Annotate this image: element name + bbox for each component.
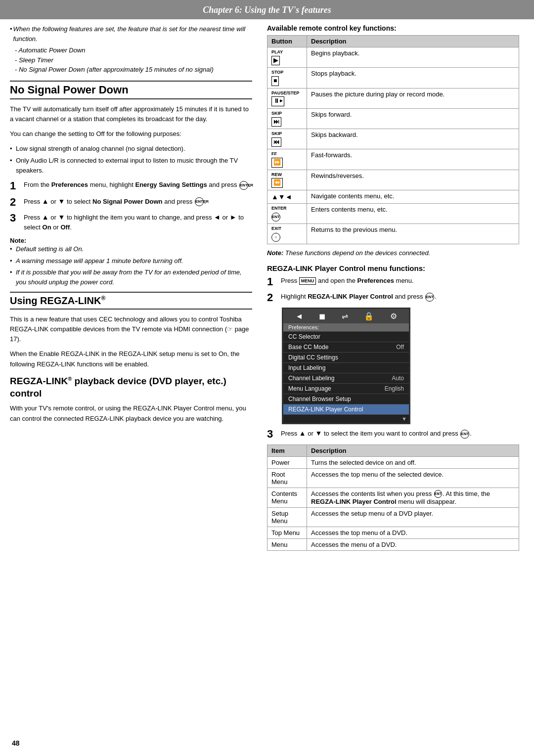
desc-play: Begins playback. [307, 47, 519, 68]
desc-stop: Stops playback. [307, 68, 519, 88]
step-num-2: 2 [10, 196, 20, 208]
tv-icon-2: ◼ [319, 311, 325, 321]
enter-icon-2: ENTER [195, 197, 204, 206]
tv-menu-item-input-label: Input Labeling [283, 363, 409, 373]
intro-section: When the following features are set, the… [10, 24, 252, 75]
regza-step-2: 2 Highlight REGZA-LINK Player Control an… [267, 292, 519, 304]
table-row: Root Menu Accesses the top menu of the s… [267, 468, 519, 488]
step-1-content: From the Preferences menu, highlight Ene… [24, 180, 252, 190]
note-list: Default setting is all On. A warning mes… [10, 244, 252, 287]
regza-step-num-1: 1 [267, 276, 277, 288]
regza-step-2-content: Highlight REGZA-LINK Player Control and … [281, 292, 519, 302]
table-row: PAUSE/STEP ⏸▶ Pauses the picture during … [267, 88, 519, 108]
available-remote-heading: Available remote control key functions: [267, 24, 519, 32]
desc-enter: Enters contents menu, etc. [307, 204, 519, 224]
tv-icon-5: ⚙ [390, 311, 397, 321]
note-label: Note: [10, 237, 26, 244]
button-stop: STOP ■ [267, 68, 307, 88]
regza-step-1-content: Press MENU and open the Preferences menu… [281, 276, 519, 286]
desc-menu: Accesses the menu of a DVD. [307, 539, 519, 551]
item-table-header-desc: Description [307, 445, 519, 456]
tv-menu-scroll: ▼ [283, 415, 409, 423]
page-number: 48 [12, 739, 20, 747]
table-row: STOP ■ Stops playback. [267, 68, 519, 88]
menu-icon: MENU [299, 277, 316, 285]
button-skip-bwd: SKIP ⏮ [267, 129, 307, 149]
button-pause: PAUSE/STEP ⏸▶ [267, 88, 307, 108]
tv-menu-item-digital-cc: Digital CC Settings [283, 353, 409, 363]
table-row: SKIP ⏭ Skips forward. [267, 108, 519, 129]
desc-root-menu: Accesses the top menu of the selected de… [307, 468, 519, 488]
table-row: Top Menu Accesses the top menu of a DVD. [267, 527, 519, 539]
tv-icon-1: ◄ [295, 312, 303, 321]
table-row: ContentsMenu Accesses the contents list … [267, 488, 519, 508]
desc-top-menu: Accesses the top menu of a DVD. [307, 527, 519, 539]
intro-main-bullet: When the following features are set, the… [10, 24, 252, 44]
tv-menu-item-base-cc: Base CC ModeOff [283, 342, 409, 353]
regza-step-num-2: 2 [267, 292, 277, 304]
table-row: Setup Menu Accesses the setup menu of a … [267, 508, 519, 527]
step-num-1: 1 [10, 180, 20, 192]
using-regza-body2: When the Enable REGZA-LINK in the REGZA-… [10, 349, 252, 369]
regza-step-1: 1 Press MENU and open the Preferences me… [267, 276, 519, 288]
button-exit: EXIT ○ [267, 223, 307, 244]
intro-sub-item-1: Automatic Power Down [15, 45, 252, 55]
tv-icon-3: ⇌ [342, 311, 348, 321]
regza-step-3: 3 Press ▲ or ▼ to select the item you wa… [267, 428, 519, 440]
item-setup-menu: Setup Menu [267, 508, 307, 527]
button-skip-fwd: SKIP ⏭ [267, 108, 307, 129]
button-play: PLAY ▶ [267, 47, 307, 68]
item-menu: Menu [267, 539, 307, 551]
desc-navigate: Navigate contents menu, etc. [307, 190, 519, 203]
no-signal-body1: The TV will automatically turn itself of… [10, 104, 252, 124]
intro-sub-item-3: No Signal Power Down (after approximatel… [15, 65, 252, 75]
note-section: Note: Default setting is all On. A warni… [10, 237, 252, 287]
table-row: REW ⏪ Rewinds/reverses. [267, 170, 519, 190]
regza-sup: ® [101, 295, 105, 302]
purpose-item-2: • Only Audio L/R is connected to externa… [10, 156, 252, 175]
button-arrows: ▲▼◄ [267, 190, 307, 203]
using-regza-text: Using REGZA-LINK® [10, 295, 105, 306]
step-num-3: 3 [10, 212, 20, 224]
table-row: SKIP ⏮ Skips backward. [267, 129, 519, 149]
table-row: ENTER ENT Enters contents menu, etc. [267, 204, 519, 224]
intro-sub-item-2: Sleep Timer [15, 55, 252, 65]
tv-menu-top-bar: ◄ ◼ ⇌ 🔒 ⚙ [283, 309, 409, 323]
item-top-menu: Top Menu [267, 527, 307, 539]
purpose-item-1: • Low signal strength of analog channel … [10, 144, 252, 154]
desc-contents-menu: Accesses the contents list when you pres… [307, 488, 519, 508]
note-item-1: Default setting is all On. [10, 244, 252, 254]
table-row: EXIT ○ Returns to the previous menu. [267, 223, 519, 244]
regza-link-control-heading: REGZA-LINK Player Control menu functions… [267, 264, 519, 273]
note-item-3: If it is possible that you will be away … [10, 267, 252, 287]
enter-icon-regza: ENT [425, 293, 434, 302]
desc-skip-fwd: Skips forward. [307, 108, 519, 129]
button-enter: ENTER ENT [267, 204, 307, 224]
chapter-title: Chapter 6: Using the TV's features [203, 5, 331, 15]
note-item-2: A warning message will appear 1 minute b… [10, 256, 252, 266]
dvd-title: REGZA-LINK® playback device (DVD player,… [10, 375, 252, 400]
intro-sub-list: Automatic Power Down Sleep Timer No Sign… [10, 45, 252, 75]
desc-rew: Rewinds/reverses. [307, 170, 519, 190]
desc-skip-bwd: Skips backward. [307, 129, 519, 149]
tv-menu-item-regza-link: REGZA-LINK Player Control [283, 404, 409, 415]
step-3: 3 Press ▲ or ▼ to highlight the item you… [10, 212, 252, 232]
intro-main-text: When the following features are set, the… [13, 24, 252, 44]
remote-note: Note: These functions depend on the devi… [267, 249, 519, 257]
tv-menu-screenshot: ◄ ◼ ⇌ 🔒 ⚙ Preferences: CC Selector Base … [282, 308, 410, 424]
step-2: 2 Press ▲ or ▼ to select No Signal Power… [10, 196, 252, 208]
item-table: Item Description Power Turns the selecte… [267, 445, 519, 551]
left-column: When the following features are set, the… [10, 24, 252, 551]
desc-pause: Pauses the picture during play or record… [307, 88, 519, 108]
item-contents-menu: ContentsMenu [267, 488, 307, 508]
desc-exit: Returns to the previous menu. [307, 223, 519, 244]
tv-menu-item-channel-label: Channel LabelingAuto [283, 373, 409, 384]
item-power: Power [267, 456, 307, 468]
tv-menu-title: Preferences: [283, 323, 409, 332]
table-row: FF ⏩ Fast-forwards. [267, 149, 519, 170]
chapter-header: Chapter 6: Using the TV's features [0, 0, 534, 19]
enter-icon-1: ENTER [239, 181, 248, 190]
item-root-menu: Root Menu [267, 468, 307, 488]
purpose-list: • Low signal strength of analog channel … [10, 144, 252, 176]
no-signal-title: No Signal Power Down [10, 81, 252, 99]
